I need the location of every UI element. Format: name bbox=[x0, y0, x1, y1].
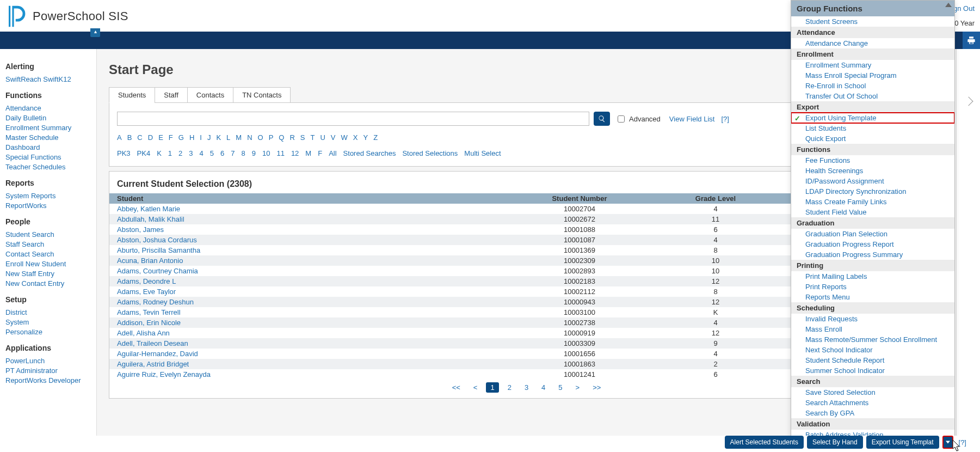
grade-filter-7[interactable]: 7 bbox=[231, 149, 235, 157]
sidebar-item-people-5[interactable]: New Contact Entry bbox=[5, 279, 64, 288]
sidebar-item-functions-4[interactable]: Dashboard bbox=[5, 143, 40, 151]
gf-list-item[interactable]: List Students bbox=[791, 123, 954, 133]
gf-item-id-password-assignment[interactable]: ID/Password Assignment bbox=[805, 177, 884, 185]
student-link[interactable]: Abbey, Katlen Marie bbox=[117, 205, 180, 213]
gf-list-item[interactable]: Save Stored Selection bbox=[791, 387, 954, 398]
gf-list-item[interactable]: Re-Enroll in School bbox=[791, 81, 954, 91]
alpha-J[interactable]: J bbox=[207, 133, 211, 142]
sidebar-item-applications-2[interactable]: ReportWorks Developer bbox=[5, 376, 81, 384]
gf-list-item[interactable]: Invalid Requests bbox=[791, 314, 954, 324]
student-link[interactable]: Adams, Deondre L bbox=[117, 277, 176, 285]
pager-page-2[interactable]: 2 bbox=[503, 382, 516, 393]
gf-list-item[interactable]: LDAP Directory Synchronization bbox=[791, 186, 954, 197]
gf-item-print-reports[interactable]: Print Reports bbox=[805, 283, 847, 291]
gf-item-mass-remote-summer-school-enrollment[interactable]: Mass Remote/Summer School Enrollment bbox=[805, 335, 937, 344]
student-link[interactable]: Aguirre Ruiz, Evelyn Zenayda bbox=[117, 370, 211, 378]
student-link[interactable]: Adams, Courtney Chamia bbox=[117, 267, 198, 275]
gf-list-item[interactable]: Print Reports bbox=[791, 282, 954, 292]
gf-item-graduation-progress-summary[interactable]: Graduation Progress Summary bbox=[805, 251, 903, 259]
pager-prev[interactable]: < bbox=[469, 382, 482, 393]
sidebar-item-functions-6[interactable]: Teacher Schedules bbox=[5, 163, 66, 171]
alpha-B[interactable]: B bbox=[127, 133, 132, 142]
alpha-H[interactable]: H bbox=[189, 133, 194, 142]
sign-out-link[interactable]: gn Out bbox=[953, 4, 975, 13]
sidebar-item-setup-1[interactable]: System bbox=[5, 318, 29, 326]
gf-item-summer-school-indicator[interactable]: Summer School Indicator bbox=[805, 367, 885, 375]
gf-list-item[interactable]: Mass Remote/Summer School Enrollment bbox=[791, 334, 954, 345]
student-link[interactable]: Adams, Tevin Terrell bbox=[117, 308, 181, 316]
gf-item-print-mailing-labels[interactable]: Print Mailing Labels bbox=[805, 272, 867, 280]
alpha-G[interactable]: G bbox=[178, 133, 184, 142]
student-link[interactable]: Adell, Traileon Desean bbox=[117, 339, 188, 347]
alpha-I[interactable]: I bbox=[200, 133, 202, 142]
alpha-R[interactable]: R bbox=[289, 133, 294, 142]
grade-filter-k[interactable]: K bbox=[157, 149, 162, 157]
gf-item-invalid-requests[interactable]: Invalid Requests bbox=[805, 315, 858, 323]
alpha-C[interactable]: C bbox=[137, 133, 142, 142]
search-help-link[interactable]: [?] bbox=[721, 115, 729, 123]
grade-filter-9[interactable]: 9 bbox=[252, 149, 256, 157]
student-link[interactable]: Aburto, Priscilla Samantha bbox=[117, 246, 200, 254]
student-link[interactable]: Abdullah, Malik Khalil bbox=[117, 215, 184, 223]
gf-list-item[interactable]: Search By GPA bbox=[791, 408, 954, 418]
alpha-D[interactable]: D bbox=[148, 133, 153, 142]
student-link[interactable]: Aguilera, Astrid Bridget bbox=[117, 360, 189, 368]
gf-list-item[interactable]: Mass Enroll bbox=[791, 324, 954, 334]
gf-item-transfer-out-of-school[interactable]: Transfer Out Of School bbox=[805, 92, 878, 100]
gf-item-save-stored-selection[interactable]: Save Stored Selection bbox=[805, 388, 876, 396]
view-field-list-link[interactable]: View Field List bbox=[669, 115, 715, 123]
gf-item-mass-enroll[interactable]: Mass Enroll bbox=[805, 325, 842, 333]
gf-item-health-screenings[interactable]: Health Screenings bbox=[805, 167, 863, 175]
chevron-right-icon[interactable] bbox=[964, 97, 973, 106]
collapse-sidebar-icon[interactable]: ▴ bbox=[90, 28, 100, 37]
grade-filter-11[interactable]: 11 bbox=[276, 149, 284, 157]
gf-list-item[interactable]: Transfer Out Of School bbox=[791, 91, 954, 101]
print-icon[interactable] bbox=[963, 32, 980, 49]
gf-list-item[interactable]: Batch Address Validation bbox=[791, 430, 954, 436]
gf-list-item[interactable]: Mass Create Family Links bbox=[791, 197, 954, 207]
gf-item-quick-export[interactable]: Quick Export bbox=[805, 135, 846, 143]
grade-filter-multi-select[interactable]: Multi Select bbox=[464, 149, 501, 157]
sidebar-item-people-4[interactable]: New Staff Entry bbox=[5, 270, 54, 278]
sidebar-item-people-1[interactable]: Staff Search bbox=[5, 240, 44, 248]
tab-contacts[interactable]: Contacts bbox=[187, 87, 233, 103]
gf-item-search-attachments[interactable]: Search Attachments bbox=[805, 399, 868, 407]
gf-item-reports-menu[interactable]: Reports Menu bbox=[805, 293, 850, 301]
gf-item-list-students[interactable]: List Students bbox=[805, 124, 846, 132]
alpha-U[interactable]: U bbox=[320, 133, 325, 142]
alpha-Y[interactable]: Y bbox=[363, 133, 368, 142]
alpha-F[interactable]: F bbox=[169, 133, 173, 142]
grade-filter-2[interactable]: 2 bbox=[178, 149, 182, 157]
grade-filter-pk4[interactable]: PK4 bbox=[137, 149, 151, 157]
sidebar-item-applications-0[interactable]: PowerLunch bbox=[5, 357, 45, 365]
pager-first[interactable]: << bbox=[448, 382, 465, 393]
tab-staff[interactable]: Staff bbox=[155, 87, 188, 103]
alpha-L[interactable]: L bbox=[226, 133, 230, 142]
sidebar-item-reports-0[interactable]: System Reports bbox=[5, 192, 56, 200]
gf-list-item[interactable]: Student Schedule Report bbox=[791, 355, 954, 365]
gf-item-re-enroll-in-school[interactable]: Re-Enroll in School bbox=[805, 82, 866, 90]
gf-list-item[interactable]: Next School Indicator bbox=[791, 345, 954, 355]
gf-list-item[interactable]: ✓Export Using Template bbox=[791, 113, 954, 123]
tab-tn-contacts[interactable]: TN Contacts bbox=[233, 87, 291, 103]
sidebar-item-people-2[interactable]: Contact Search bbox=[5, 250, 54, 258]
gf-list-item[interactable]: Student Screens bbox=[791, 16, 954, 27]
pager-last[interactable]: >> bbox=[588, 382, 605, 393]
gf-list-item[interactable]: Print Mailing Labels bbox=[791, 271, 954, 282]
sidebar-item-functions-3[interactable]: Master Schedule bbox=[5, 133, 59, 142]
gf-list-item[interactable]: Health Screenings bbox=[791, 166, 954, 176]
gf-item-next-school-indicator[interactable]: Next School Indicator bbox=[805, 346, 873, 354]
alpha-M[interactable]: M bbox=[236, 133, 242, 142]
gf-list-item[interactable]: Student Field Value bbox=[791, 207, 954, 217]
sidebar-item-people-0[interactable]: Student Search bbox=[5, 230, 54, 239]
grade-filter-4[interactable]: 4 bbox=[200, 149, 204, 157]
sidebar-item-applications-1[interactable]: PT Administrator bbox=[5, 367, 58, 375]
gf-list-item[interactable]: Search Attachments bbox=[791, 398, 954, 408]
grade-filter-3[interactable]: 3 bbox=[189, 149, 193, 157]
alpha-K[interactable]: K bbox=[216, 133, 221, 142]
student-link[interactable]: Adell, Alisha Ann bbox=[117, 329, 170, 337]
gf-list-item[interactable]: Graduation Progress Report bbox=[791, 239, 954, 249]
student-link[interactable]: Abston, Joshua Cordarus bbox=[117, 236, 197, 244]
sidebar-item-functions-2[interactable]: Enrollment Summary bbox=[5, 124, 71, 132]
gf-item-search-by-gpa[interactable]: Search By GPA bbox=[805, 409, 854, 417]
